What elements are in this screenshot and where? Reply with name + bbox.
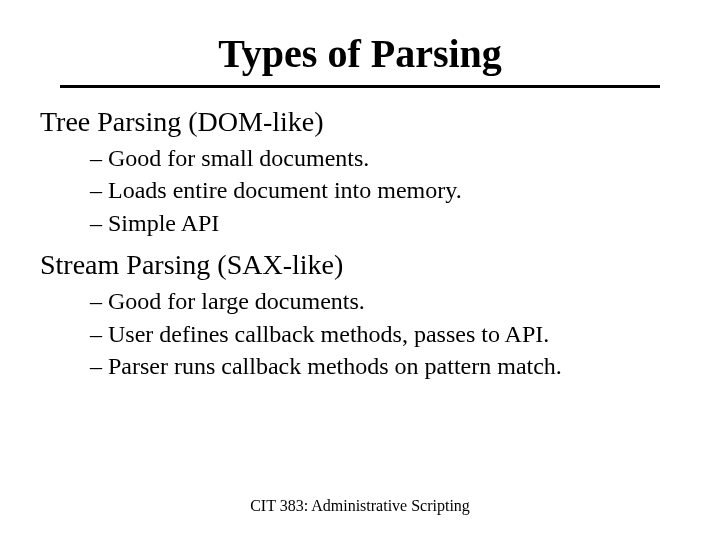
bullet-item: – Good for large documents. [90, 285, 660, 317]
bullet-list: – Good for small documents. – Loads enti… [90, 142, 660, 239]
bullet-item: – Loads entire document into memory. [90, 174, 660, 206]
bullet-item: – Good for small documents. [90, 142, 660, 174]
bullet-list: – Good for large documents. – User defin… [90, 285, 660, 382]
slide-footer: CIT 383: Administrative Scripting [0, 497, 720, 515]
bullet-item: – Parser runs callback methods on patter… [90, 350, 660, 382]
section-stream-parsing: Stream Parsing (SAX-like) – Good for lar… [60, 249, 660, 382]
bullet-item: – User defines callback methods, passes … [90, 318, 660, 350]
section-heading: Stream Parsing (SAX-like) [40, 249, 660, 281]
section-tree-parsing: Tree Parsing (DOM-like) – Good for small… [60, 106, 660, 239]
slide-title: Types of Parsing [60, 30, 660, 88]
section-heading: Tree Parsing (DOM-like) [40, 106, 660, 138]
bullet-item: – Simple API [90, 207, 660, 239]
